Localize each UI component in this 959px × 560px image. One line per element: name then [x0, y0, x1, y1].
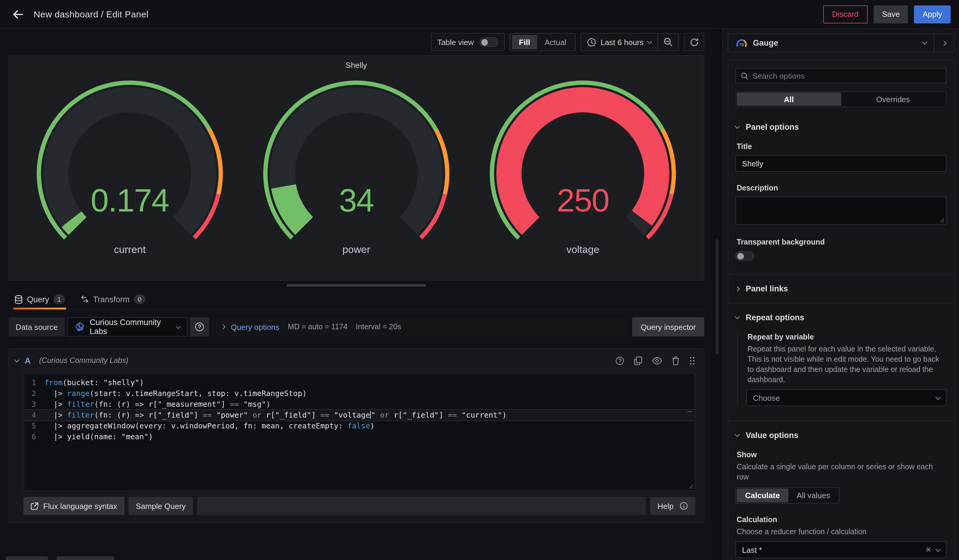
- add-query-button-partial[interactable]: [6, 557, 48, 560]
- flux-code-editor[interactable]: 1from(bucket: "shelly")2 |> range(start:…: [24, 373, 695, 491]
- scrollbar-thumb[interactable]: [716, 239, 718, 355]
- save-button[interactable]: Save: [874, 5, 908, 23]
- query-datasource-name: (Curious Community Labs): [39, 356, 128, 365]
- gauge-value: 250: [490, 181, 676, 219]
- datasource-select[interactable]: Curious Community Labs: [67, 317, 188, 336]
- info-circle-icon: [680, 502, 688, 510]
- gauge-label: power: [263, 244, 449, 256]
- repeat-description: Repeat this panel for each value in the …: [747, 344, 946, 385]
- panel-links-header[interactable]: Panel links: [736, 284, 946, 293]
- panel-links-title: Panel links: [746, 284, 788, 293]
- interval-info: Interval = 20s: [356, 323, 401, 331]
- query-options-toggle[interactable]: Query options: [221, 322, 279, 331]
- visualization-select[interactable]: 79 Gauge: [728, 34, 934, 52]
- query-ref-id[interactable]: A: [25, 356, 31, 365]
- grafana-edit-panel: New dashboard / Edit Panel Discard Save …: [0, 0, 959, 560]
- all-values-option[interactable]: All values: [789, 488, 838, 502]
- query-options-label: Query options: [231, 322, 279, 331]
- drag-handle-icon[interactable]: [689, 356, 695, 365]
- code-line[interactable]: 1from(bucket: "shelly"): [24, 377, 695, 388]
- back-arrow-icon[interactable]: [10, 6, 26, 22]
- tab-all[interactable]: All: [737, 92, 841, 106]
- description-textarea[interactable]: [736, 196, 946, 225]
- table-view-toggle[interactable]: [479, 37, 498, 47]
- page-title: New dashboard / Edit Panel: [33, 9, 148, 19]
- textarea-resize-grip[interactable]: [938, 217, 945, 223]
- zoom-out-button[interactable]: [658, 33, 679, 51]
- calculate-option[interactable]: Calculate: [737, 488, 789, 502]
- influxdb-icon: [75, 322, 85, 332]
- gauge-arc: 34 power: [263, 81, 449, 267]
- top-header: New dashboard / Edit Panel Discard Save …: [0, 0, 959, 29]
- table-view-group: Table view: [431, 33, 505, 51]
- gauge-arc: 0.174 current: [37, 81, 223, 267]
- help-circle-icon[interactable]: [615, 356, 624, 365]
- eye-icon[interactable]: [652, 356, 662, 364]
- code-line[interactable]: 4 |> filter(fn: (r) => r["_field"] == "p…: [24, 410, 695, 421]
- code-line[interactable]: 2 |> range(start: v.timeRangeStart, stop…: [24, 388, 695, 399]
- chevron-down-icon: [935, 395, 941, 399]
- apply-button[interactable]: Apply: [914, 5, 951, 23]
- sample-query-label: Sample Query: [136, 501, 186, 511]
- clock-icon: [587, 38, 596, 46]
- panel-title: Shelly: [9, 56, 704, 70]
- datasource-help-button[interactable]: [190, 317, 209, 336]
- trash-icon[interactable]: [672, 356, 680, 365]
- overview-ruler-marker: [687, 411, 692, 412]
- value-options-title: Value options: [746, 431, 798, 440]
- discard-button[interactable]: Discard: [823, 5, 868, 23]
- query-inspector-button[interactable]: Query inspector: [632, 317, 704, 336]
- help-label: Help: [658, 501, 674, 511]
- tab-overrides[interactable]: Overrides: [841, 92, 945, 106]
- panel-options-header[interactable]: Panel options: [736, 123, 946, 132]
- actual-option[interactable]: Actual: [537, 35, 573, 49]
- time-range-picker[interactable]: Last 6 hours: [581, 33, 657, 51]
- footer-spacer: [197, 497, 646, 515]
- transform-icon: [81, 295, 89, 304]
- tab-query[interactable]: Query 1: [14, 294, 65, 309]
- description-label: Description: [737, 184, 946, 192]
- transparent-bg-label: Transparent background: [737, 238, 946, 247]
- collapse-pane-button[interactable]: [934, 34, 954, 52]
- gauge-arc: 250 voltage: [490, 81, 676, 267]
- flux-syntax-button[interactable]: Flux language syntax: [24, 497, 124, 515]
- repeat-variable-select[interactable]: Choose: [746, 389, 946, 406]
- show-segmented-control: Calculate All values: [736, 487, 840, 504]
- fill-option[interactable]: Fill: [511, 35, 537, 49]
- search-options-box[interactable]: [736, 68, 946, 84]
- panel-resize-handle[interactable]: [287, 284, 426, 286]
- query-row-header[interactable]: A (Curious Community Labs): [9, 349, 704, 372]
- code-line[interactable]: 6 |> yield(name: "mean"): [24, 431, 695, 442]
- refresh-button[interactable]: [684, 33, 704, 51]
- help-button[interactable]: Help: [650, 497, 696, 515]
- max-datapoints-info: MD = auto = 1174: [288, 323, 347, 331]
- duplicate-icon[interactable]: [634, 356, 642, 365]
- calculation-select[interactable]: Last * ✕: [736, 541, 946, 558]
- transparent-bg-toggle[interactable]: [736, 251, 754, 261]
- collapse-chevron-icon[interactable]: [14, 357, 19, 362]
- sample-query-button[interactable]: Sample Query: [129, 497, 193, 515]
- code-line[interactable]: 5 |> aggregateWindow(every: v.windowPeri…: [24, 421, 695, 431]
- datasource-name: Curious Community Labs: [89, 318, 172, 336]
- gauge-panel[interactable]: Shelly 0.174 current 34 power 250 voltag…: [8, 55, 704, 281]
- query-footer: Flux language syntax Sample Query Help: [24, 497, 695, 515]
- search-icon: [741, 72, 749, 80]
- indent-guide: [62, 388, 62, 442]
- repeat-options-header[interactable]: Repeat options: [736, 313, 946, 322]
- database-icon: [14, 295, 23, 304]
- gauge-value: 0.174: [37, 181, 223, 219]
- clear-icon[interactable]: ✕: [926, 546, 931, 554]
- main-area: Table view Fill Actual Last 6 hours: [0, 29, 713, 560]
- editor-resize-grip[interactable]: [687, 483, 693, 489]
- calculation-description: Choose a reducer function / calculation: [737, 527, 946, 537]
- search-options-input[interactable]: [753, 71, 941, 80]
- tab-transform[interactable]: Transform 0: [81, 294, 145, 309]
- code-line[interactable]: 3 |> filter(fn: (r) => r["_measurement"]…: [24, 399, 695, 410]
- panel-title-input[interactable]: Shelly: [736, 155, 946, 172]
- repeat-options-body: Repeat by variable Repeat this panel for…: [737, 333, 946, 406]
- add-expression-button-partial[interactable]: [56, 557, 114, 560]
- show-description: Calculate a single value per column or s…: [737, 462, 946, 482]
- query-editor-card: A (Curious Community Labs) 1from(bucket:…: [8, 348, 704, 523]
- query-row-actions: [615, 356, 695, 365]
- value-options-header[interactable]: Value options: [736, 431, 946, 440]
